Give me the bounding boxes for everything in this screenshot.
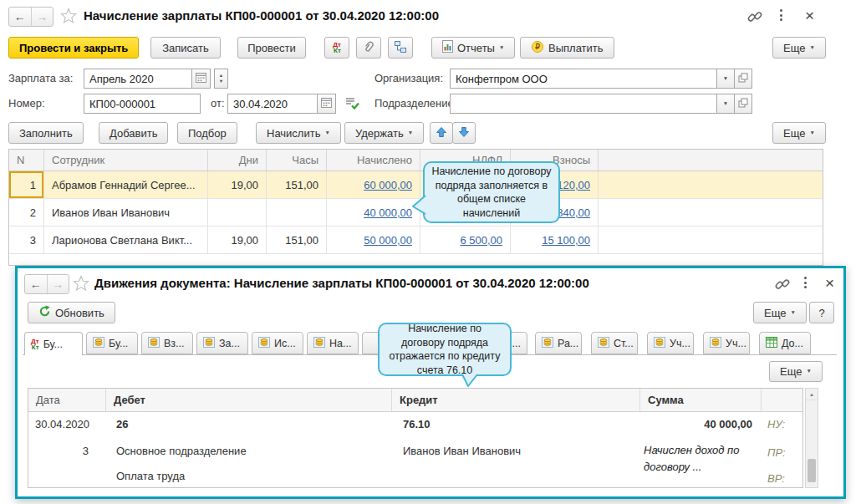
caret-down-icon: ▼ [324, 130, 329, 136]
close-icon[interactable]: × [825, 275, 834, 291]
row-number-cell[interactable]: 2 [9, 199, 44, 226]
callout-credit-account: Начисление по договору подряда отражаетс… [378, 323, 512, 376]
set-date-icon[interactable] [344, 95, 359, 110]
ruble-icon: ₽ [531, 40, 544, 56]
entry-amount: 40 000,00 [640, 418, 752, 430]
more-button-commandbar[interactable]: Еще ▼ [772, 122, 826, 144]
pay-button[interactable]: ₽ Выплатить [520, 37, 614, 59]
contrib-link[interactable]: 15 100,00 [542, 234, 590, 247]
days-cell[interactable] [208, 199, 267, 226]
tab-register-5[interactable]: Ис... [252, 332, 303, 354]
dtkt-button[interactable]: ДтКт [324, 37, 349, 59]
post-and-close-button[interactable]: Провести и закрыть [8, 37, 139, 59]
salary-period-input[interactable]: Апрель 2020 [84, 69, 192, 89]
scroll-up-icon[interactable]: ▲ [806, 389, 818, 400]
more-button-tabpanel[interactable]: Еще ▼ [769, 361, 823, 382]
row-number-cell[interactable]: 3 [9, 227, 44, 253]
row-number-cell[interactable]: 1 [9, 171, 44, 198]
contrib-link[interactable]: 840,00 [557, 206, 590, 219]
number-input[interactable]: КП00-000001 [84, 94, 201, 114]
tab-label: Ст... [614, 338, 634, 349]
back-button[interactable]: ← [9, 8, 32, 26]
post-button[interactable]: Провести [237, 37, 306, 59]
vr-label: ВР: [767, 472, 785, 485]
save-button[interactable]: Записать [150, 37, 221, 59]
tab-label: Уч... [670, 338, 690, 349]
employee-cell[interactable]: Абрамов Геннадий Сергее... [44, 171, 208, 198]
tab-accounting-dtkt[interactable]: ДтКт Бу... [24, 332, 83, 355]
add-button[interactable]: Добавить [99, 122, 168, 144]
organization-label: Организация: [374, 69, 443, 89]
department-open-button[interactable] [735, 94, 752, 114]
hours-cell[interactable]: 151,00 [267, 227, 327, 253]
tab-register-10[interactable]: Ра... [535, 332, 582, 354]
caret-down-icon: ▼ [806, 369, 811, 374]
tab-register-14[interactable]: До... [759, 332, 811, 354]
reports-button[interactable]: Отчеты ▼ [431, 37, 515, 59]
back-button[interactable]: ← [25, 275, 48, 293]
tab-register-12[interactable]: Уч... [647, 332, 694, 354]
ndfl-link[interactable]: 6 500,00 [460, 234, 502, 247]
favorites-star-icon[interactable] [73, 275, 89, 292]
movement-entry[interactable]: 30.04.2020 3 26 Основное подразделение О… [28, 412, 802, 487]
organization-input[interactable]: Конфетпром ООО [450, 69, 717, 89]
tab-register-3[interactable]: Вз... [141, 332, 193, 354]
coins-icon [710, 337, 721, 350]
date-input[interactable]: 30.04.2020 [227, 94, 318, 114]
menu-kebab-icon[interactable] [804, 277, 807, 288]
tab-register-4[interactable]: За... [196, 332, 248, 354]
employee-cell[interactable]: Ларионова Светлана Викт... [44, 227, 208, 253]
contrib-link[interactable]: 120,00 [557, 179, 590, 191]
movements-table-header: Дата Дебет Кредит Сумма [28, 389, 802, 412]
calendar-button[interactable] [192, 69, 211, 89]
move-down-button[interactable] [452, 122, 476, 144]
withhold-button[interactable]: Удержать ▼ [344, 122, 424, 144]
structure-button[interactable] [388, 37, 413, 59]
organization-open-button[interactable] [735, 69, 752, 89]
days-cell[interactable]: 19,00 [208, 227, 267, 253]
organization-field: Конфетпром ООО ▼ [450, 69, 752, 89]
entry-credit-account: 76.10 [403, 418, 430, 430]
coins-icon [313, 337, 325, 350]
hours-cell[interactable]: 151,00 [267, 171, 327, 198]
attachments-button[interactable] [356, 37, 381, 59]
accrued-link[interactable]: 60 000,00 [364, 179, 412, 191]
scroll-thumb[interactable] [808, 459, 816, 482]
help-button[interactable]: ? [809, 302, 834, 323]
days-cell[interactable]: 19,00 [208, 171, 267, 198]
back-icon: ← [30, 277, 42, 291]
organization-dropdown-button[interactable]: ▼ [717, 69, 735, 89]
tab-label: До... [782, 338, 803, 349]
tab-register-13[interactable]: Уч... [703, 332, 750, 354]
forward-button[interactable]: → [32, 8, 53, 26]
move-up-button[interactable] [430, 122, 453, 144]
period-spinbox[interactable]: ▲ ▼ [214, 69, 228, 89]
more-button-win2[interactable]: Еще ▼ [753, 302, 807, 323]
page-title: Начисление зарплаты КП00-000001 от 30.04… [84, 8, 439, 23]
tab-register-2[interactable]: Бу... [86, 332, 138, 354]
help-label: ? [818, 307, 824, 319]
link-icon[interactable] [746, 8, 763, 25]
forward-button[interactable]: → [48, 275, 69, 293]
department-input[interactable] [450, 94, 717, 114]
accrue-button[interactable]: Начислить ▼ [256, 122, 341, 144]
tab-register-6[interactable]: На... [307, 332, 359, 354]
hours-cell[interactable] [267, 199, 327, 226]
employee-cell[interactable]: Иванов Иван Иванович [44, 199, 208, 226]
pick-button[interactable]: Подбор [177, 122, 237, 144]
favorites-star-icon[interactable] [60, 8, 77, 24]
menu-kebab-icon[interactable] [780, 9, 782, 21]
more-button-toolbar[interactable]: Еще ▼ [772, 37, 826, 59]
close-icon[interactable]: × [805, 8, 814, 23]
vertical-scrollbar[interactable]: ▲ [805, 388, 818, 488]
department-dropdown-button[interactable]: ▼ [717, 94, 735, 114]
tab-register-11[interactable]: Ст... [591, 332, 638, 354]
accrued-link[interactable]: 50 000,00 [364, 234, 412, 247]
fill-button[interactable]: Заполнить [8, 122, 84, 144]
refresh-button[interactable]: Обновить [28, 302, 115, 323]
date-calendar-button[interactable] [318, 94, 336, 114]
link-icon[interactable] [774, 276, 791, 293]
accrued-link[interactable]: 40 000,00 [364, 206, 412, 219]
caret-down-icon: ▼ [810, 130, 815, 136]
table-row[interactable]: 3 Ларионова Светлана Викт... 19,00 151,0… [9, 227, 823, 254]
